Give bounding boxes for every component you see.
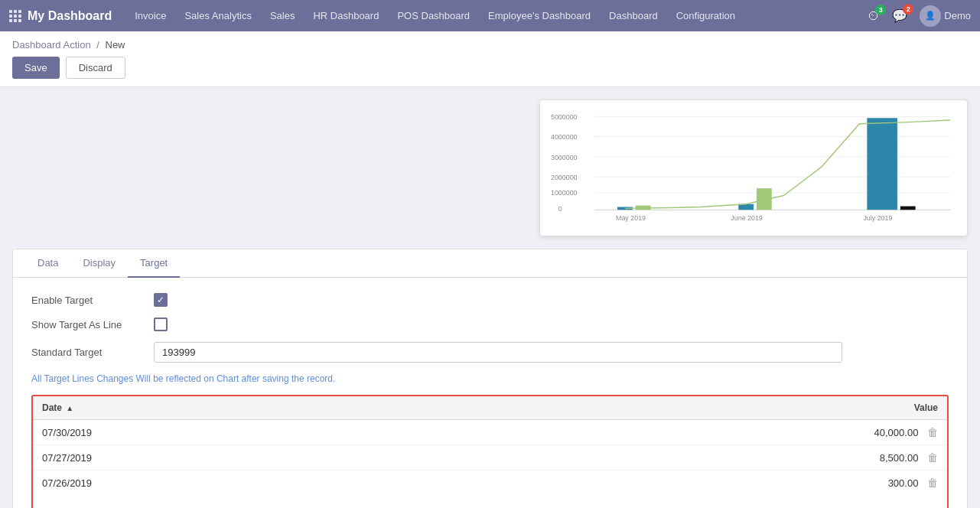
add-line-row: Add a Line xyxy=(33,495,947,508)
svg-rect-16 xyxy=(867,118,897,210)
checkmark-icon: ✓ xyxy=(157,295,164,304)
discard-button[interactable]: Discard xyxy=(66,57,125,79)
avatar-icon: 👤 xyxy=(925,11,936,21)
svg-text:1000000: 1000000 xyxy=(551,190,578,197)
avatar: 👤 xyxy=(920,5,941,27)
form-card: Data Display Target Enable Target ✓ Show… xyxy=(12,249,968,508)
show-target-line-control xyxy=(154,318,949,331)
activity-icon-btn[interactable]: ⏲ 3 xyxy=(864,6,883,26)
table-row: 07/26/2019 300.00 🗑 xyxy=(33,471,947,496)
app-brand[interactable]: My Dashboard xyxy=(9,9,112,23)
delete-icon[interactable]: 🗑 xyxy=(927,451,938,464)
col-date-header[interactable]: Date ▲ xyxy=(33,396,448,420)
nav-item-invoice[interactable]: Invoice xyxy=(127,5,174,26)
grid-icon xyxy=(9,10,21,22)
table-row: 07/27/2019 8,500.00 🗑 xyxy=(33,445,947,471)
messages-icon-btn[interactable]: 💬 2 xyxy=(889,5,910,26)
standard-target-input[interactable] xyxy=(154,342,842,363)
enable-target-row: Enable Target ✓ xyxy=(31,293,949,307)
enable-target-control: ✓ xyxy=(154,293,949,307)
tab-display[interactable]: Display xyxy=(70,249,128,278)
nav-item-configuration[interactable]: Configuration xyxy=(669,5,743,26)
svg-text:3000000: 3000000 xyxy=(551,154,578,161)
standard-target-label: Standard Target xyxy=(31,347,154,358)
delete-icon[interactable]: 🗑 xyxy=(927,477,938,489)
breadcrumb-current: New xyxy=(106,39,125,50)
cell-value: 300.00 🗑 xyxy=(448,471,947,496)
enable-target-label: Enable Target xyxy=(31,295,154,306)
delete-icon[interactable]: 🗑 xyxy=(927,426,938,438)
main-content: 5000000 4000000 3000000 2000000 1000000 … xyxy=(0,87,980,508)
standard-target-row: Standard Target xyxy=(31,342,949,363)
nav-item-sales-analytics[interactable]: Sales Analytics xyxy=(177,5,259,26)
cell-date: 07/27/2019 xyxy=(33,445,448,471)
save-button[interactable]: Save xyxy=(12,57,60,79)
target-table: Date ▲ Value 07/30/2019 40,000.00 🗑 07/2… xyxy=(33,396,947,508)
sort-icon: ▲ xyxy=(66,404,73,412)
svg-text:July 2019: July 2019 xyxy=(863,215,892,223)
svg-rect-17 xyxy=(900,207,916,210)
table-row: 07/30/2019 40,000.00 🗑 xyxy=(33,420,947,445)
nav-item-pos-dashboard[interactable]: POS Dashboard xyxy=(389,5,477,26)
col-value-header: Value xyxy=(448,396,947,420)
info-text: All Target Lines Changes Will be reflect… xyxy=(31,373,949,387)
brand-label: My Dashboard xyxy=(28,9,112,23)
add-line-button[interactable]: Add a Line xyxy=(42,501,108,508)
nav-item-employees-dashboard[interactable]: Employee's Dashboard xyxy=(480,5,598,26)
svg-text:2000000: 2000000 xyxy=(551,174,578,181)
activity-badge: 3 xyxy=(875,5,886,15)
tabs: Data Display Target xyxy=(13,249,967,278)
svg-text:June 2019: June 2019 xyxy=(731,215,763,223)
breadcrumb-separator: / xyxy=(96,39,99,50)
nav-item-sales[interactable]: Sales xyxy=(262,5,303,26)
target-table-wrapper: Date ▲ Value 07/30/2019 40,000.00 🗑 07/2… xyxy=(31,395,949,508)
tab-data[interactable]: Data xyxy=(25,249,70,278)
cell-date: 07/30/2019 xyxy=(33,420,448,445)
chart-card: 5000000 4000000 3000000 2000000 1000000 … xyxy=(539,99,968,236)
show-target-line-checkbox[interactable] xyxy=(154,318,168,331)
enable-target-checkbox[interactable]: ✓ xyxy=(154,293,168,307)
cell-date: 07/26/2019 xyxy=(33,471,448,496)
chart-svg: 5000000 4000000 3000000 2000000 1000000 … xyxy=(549,109,958,224)
nav-item-hr-dashboard[interactable]: HR Dashboard xyxy=(305,5,386,26)
svg-text:May 2019: May 2019 xyxy=(616,215,646,223)
tab-target[interactable]: Target xyxy=(128,249,180,278)
form-body: Enable Target ✓ Show Target As Line xyxy=(13,278,967,508)
svg-text:0: 0 xyxy=(558,205,562,213)
svg-text:4000000: 4000000 xyxy=(551,134,578,142)
page-header: Dashboard Action / New Save Discard xyxy=(0,31,980,87)
cell-value: 8,500.00 🗑 xyxy=(448,445,947,471)
nav-icons: ⏲ 3 💬 2 👤 Demo xyxy=(864,5,971,27)
cell-value: 40,000.00 🗑 xyxy=(448,420,947,445)
breadcrumb: Dashboard Action / New xyxy=(12,39,968,50)
show-target-line-label: Show Target As Line xyxy=(31,319,154,331)
top-navigation: My Dashboard Invoice Sales Analytics Sal… xyxy=(0,0,980,31)
nav-item-dashboard[interactable]: Dashboard xyxy=(601,5,666,26)
messages-badge: 2 xyxy=(903,4,913,15)
add-line-cell: Add a Line xyxy=(33,495,947,508)
user-label: Demo xyxy=(944,10,971,21)
table-header-row: Date ▲ Value xyxy=(33,396,947,420)
page-actions: Save Discard xyxy=(12,57,968,86)
svg-text:5000000: 5000000 xyxy=(551,113,578,121)
user-menu[interactable]: 👤 Demo xyxy=(920,5,971,27)
breadcrumb-parent: Dashboard Action xyxy=(12,39,91,50)
show-target-line-row: Show Target As Line xyxy=(31,318,949,331)
standard-target-control xyxy=(154,342,949,363)
